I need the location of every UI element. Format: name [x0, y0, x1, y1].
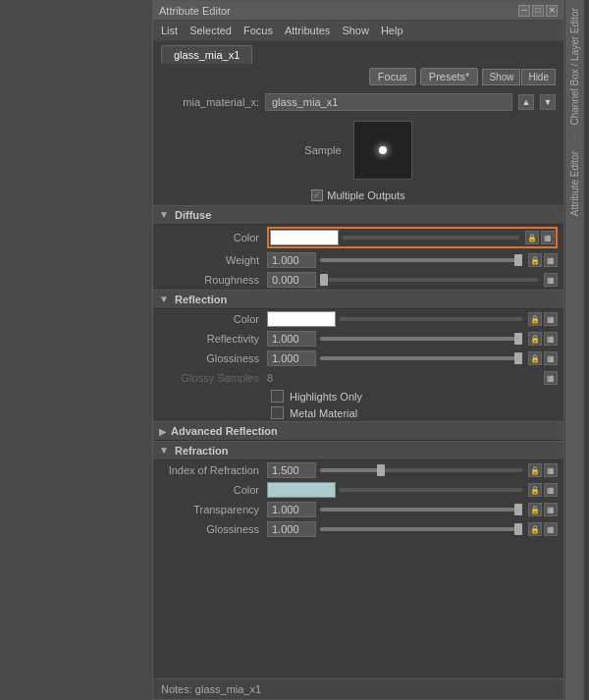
advanced-reflection-title: Advanced Reflection: [171, 425, 278, 437]
reflection-glossiness-icon-2[interactable]: ▦: [544, 351, 558, 365]
refraction-glossiness-input[interactable]: [267, 521, 316, 537]
material-icon-1[interactable]: ▲: [518, 94, 534, 110]
menu-help[interactable]: Help: [381, 25, 403, 36]
refraction-glossiness-slider[interactable]: [320, 527, 522, 531]
transparency-input[interactable]: [267, 502, 316, 517]
reflection-color-icon-2[interactable]: ▦: [544, 312, 558, 326]
hide-button[interactable]: Hide: [521, 69, 556, 85]
refraction-color-row: Color 🔒 ▦: [153, 480, 563, 500]
menu-focus[interactable]: Focus: [243, 25, 273, 36]
title-bar-controls: ─ □ ✕: [518, 5, 558, 17]
refraction-glossiness-label: Glossiness: [159, 523, 267, 535]
highlights-only-checkbox[interactable]: [271, 390, 284, 403]
refraction-color-swatch[interactable]: [267, 482, 336, 498]
diffuse-roughness-input[interactable]: [267, 272, 316, 288]
refraction-section-header[interactable]: ▼ Refraction: [153, 441, 563, 460]
highlights-only-row: Highlights Only: [153, 388, 563, 404]
transparency-row: Transparency 🔒 ▦: [153, 500, 563, 519]
diffuse-weight-label: Weight: [159, 254, 267, 266]
diffuse-weight-input[interactable]: [267, 252, 316, 268]
attribute-editor: Attribute Editor ─ □ ✕ List Selected Foc…: [152, 0, 564, 700]
material-label: mia_material_x:: [161, 96, 259, 108]
sample-preview: [353, 121, 412, 180]
reflection-color-label: Color: [159, 313, 267, 325]
material-value-input[interactable]: [265, 93, 512, 111]
diffuse-roughness-row: Roughness ▦: [153, 270, 563, 290]
diffuse-roughness-label: Roughness: [159, 274, 267, 286]
refraction-arrow-icon: ▼: [159, 445, 171, 457]
menu-selected[interactable]: Selected: [189, 25, 232, 36]
material-icon-2[interactable]: ▼: [540, 94, 556, 110]
reflection-section-title: Reflection: [175, 294, 227, 305]
right-sidebar: Channel Box / Layer Editor Attribute Edi…: [564, 0, 584, 700]
attribute-editor-label[interactable]: Attribute Editor: [567, 143, 582, 224]
presets-button[interactable]: Presets*: [420, 68, 479, 85]
title-bar: Attribute Editor ─ □ ✕: [153, 1, 563, 21]
title-bar-text: Attribute Editor: [159, 5, 231, 17]
scroll-area[interactable]: Sample ✓ Multiple Outputs ▼ Diffuse Colo…: [153, 115, 563, 678]
refraction-color-icon-2[interactable]: ▦: [544, 483, 558, 497]
transparency-icon-1[interactable]: 🔒: [528, 503, 542, 516]
diffuse-color-icon-1[interactable]: 🔒: [525, 231, 539, 244]
diffuse-color-icons: 🔒 ▦: [525, 231, 555, 244]
diffuse-arrow-icon: ▼: [159, 209, 171, 221]
reflection-section-header[interactable]: ▼ Reflection: [153, 290, 563, 309]
glossy-samples-icon[interactable]: ▦: [544, 371, 558, 385]
menu-list[interactable]: List: [161, 25, 178, 36]
sample-dot: [379, 146, 387, 154]
multiple-outputs-checkbox[interactable]: ✓: [311, 189, 323, 201]
reflection-glossiness-input[interactable]: [267, 350, 316, 366]
reflectivity-slider[interactable]: [320, 337, 522, 341]
diffuse-weight-icon-2[interactable]: ▦: [544, 253, 558, 267]
reflectivity-input[interactable]: [267, 331, 316, 347]
ior-row: Index of Refraction 🔒 ▦: [153, 460, 563, 480]
sample-row: Sample: [153, 115, 563, 186]
menu-bar: List Selected Focus Attributes Show Help: [153, 21, 563, 41]
reflection-glossiness-label: Glossiness: [159, 352, 267, 364]
diffuse-color-label: Color: [159, 232, 267, 243]
refraction-glossiness-icon-1[interactable]: 🔒: [528, 522, 542, 536]
reflectivity-icon-1[interactable]: 🔒: [528, 332, 542, 346]
metal-material-checkbox[interactable]: [271, 406, 284, 419]
reflection-color-icon-1[interactable]: 🔒: [528, 312, 542, 326]
multiple-outputs-row: ✓ Multiple Outputs: [153, 186, 563, 205]
advanced-reflection-header[interactable]: ▶ Advanced Reflection: [153, 421, 563, 441]
transparency-slider[interactable]: [320, 508, 522, 512]
transparency-icon-2[interactable]: ▦: [544, 503, 558, 516]
show-button[interactable]: Show: [482, 69, 520, 85]
diffuse-color-icon-2[interactable]: ▦: [541, 231, 555, 244]
ior-slider[interactable]: [320, 468, 522, 472]
refraction-section-title: Refraction: [175, 445, 228, 457]
refraction-glossiness-row: Glossiness 🔒 ▦: [153, 519, 563, 539]
close-button[interactable]: ✕: [546, 5, 558, 17]
ior-icon-2[interactable]: ▦: [544, 463, 558, 477]
diffuse-color-swatch[interactable]: [270, 230, 339, 245]
menu-show[interactable]: Show: [342, 25, 369, 36]
refraction-glossiness-icon-2[interactable]: ▦: [544, 522, 558, 536]
channel-box-label[interactable]: Channel Box / Layer Editor: [567, 0, 582, 134]
material-tab[interactable]: glass_mia_x1: [161, 45, 252, 64]
minimize-button[interactable]: ─: [518, 5, 530, 17]
focus-button[interactable]: Focus: [369, 68, 416, 85]
diffuse-weight-slider[interactable]: [320, 258, 522, 262]
menu-attributes[interactable]: Attributes: [285, 25, 330, 36]
diffuse-roughness-icon[interactable]: ▦: [544, 273, 558, 287]
diffuse-section-header[interactable]: ▼ Diffuse: [153, 205, 563, 225]
diffuse-section-title: Diffuse: [175, 209, 211, 221]
reflectivity-icon-2[interactable]: ▦: [544, 332, 558, 346]
reflection-glossiness-slider[interactable]: [320, 356, 522, 360]
refraction-color-icon-1[interactable]: 🔒: [528, 483, 542, 497]
notes-bar: Notes: glass_mia_x1: [153, 678, 563, 699]
ior-label: Index of Refraction: [159, 464, 267, 476]
diffuse-color-row: Color 🔒 ▦: [153, 225, 563, 250]
ior-input[interactable]: [267, 462, 316, 478]
reflection-color-swatch[interactable]: [267, 311, 336, 327]
maximize-button[interactable]: □: [532, 5, 544, 17]
refraction-color-label: Color: [159, 484, 267, 496]
ior-icon-1[interactable]: 🔒: [528, 463, 542, 477]
diffuse-roughness-slider[interactable]: [320, 278, 538, 282]
diffuse-weight-icon-1[interactable]: 🔒: [528, 253, 542, 267]
left-panel: [0, 0, 152, 700]
reflection-glossiness-icon-1[interactable]: 🔒: [528, 351, 542, 365]
glossy-samples-row: Glossy Samples 8 ▦: [153, 368, 563, 388]
